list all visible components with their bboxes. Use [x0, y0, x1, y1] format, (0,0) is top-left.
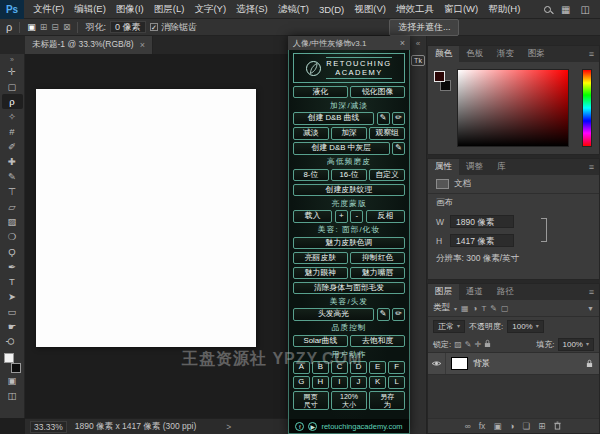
burn-brush-icon-button[interactable]: ✏	[392, 112, 405, 125]
create-db-gray-button[interactable]: 创建 D&B 中灰层	[293, 142, 390, 155]
freq-custom-button[interactable]: 自定义	[369, 169, 405, 182]
height-field[interactable]: 1417 像素	[450, 234, 514, 247]
quick-mask-button[interactable]: ▣	[2, 373, 23, 388]
foreground-color-swatch[interactable]	[4, 353, 14, 363]
tab-channels[interactable]: 通道	[459, 284, 490, 300]
play-icon[interactable]: ▶	[308, 422, 317, 431]
freq-8bit-button[interactable]: 8-位	[293, 169, 329, 182]
tab-color[interactable]: 颜色	[428, 46, 459, 62]
create-db-curves-button[interactable]: 创建 D&B 曲线	[293, 112, 374, 125]
clone-stamp-tool[interactable]: ⊤	[2, 184, 23, 199]
layer-visibility-toggle[interactable]	[428, 353, 446, 374]
antialias-checkbox[interactable]: ✓ 消除锯齿	[150, 21, 197, 34]
helper-group-button[interactable]: 观察组	[369, 127, 405, 140]
filter-type-icon[interactable]: T	[481, 304, 486, 313]
dock-collapse-icon[interactable]: «	[416, 39, 420, 48]
link-layers-icon[interactable]: ∞	[465, 422, 471, 431]
new-layer-icon[interactable]: ⊞	[538, 422, 545, 431]
lock-pixels-icon[interactable]: ✎	[465, 340, 472, 349]
crop-tool[interactable]: #	[2, 124, 23, 139]
add-selection-icon[interactable]: ⊞	[40, 22, 48, 32]
marquee-tool[interactable]: ▢	[2, 79, 23, 94]
dodge-brush-icon-button[interactable]: ✎	[377, 112, 390, 125]
user-action-f-button[interactable]: F	[388, 361, 405, 374]
delete-layer-icon[interactable]	[553, 421, 562, 432]
gradient-tool[interactable]: ▨	[2, 214, 23, 229]
blur-tool[interactable]: ❍	[2, 229, 23, 244]
reduce-reds-button[interactable]: 抑制红色	[350, 252, 405, 265]
shape-tool[interactable]: ▭	[2, 304, 23, 319]
menu-help[interactable]: 帮助(H)	[483, 3, 525, 16]
panel-menu-icon[interactable]: ≡	[589, 159, 599, 175]
close-icon[interactable]: ×	[140, 40, 145, 50]
tab-swatches[interactable]: 色板	[459, 46, 490, 62]
menu-view[interactable]: 视图(V)	[349, 3, 391, 16]
layer-row-background[interactable]: 背景	[428, 353, 599, 375]
search-icon[interactable]	[544, 6, 551, 13]
color-field[interactable]	[457, 69, 569, 147]
user-action-d-button[interactable]: D	[350, 361, 367, 374]
layer-mask-icon[interactable]: ▣	[493, 422, 501, 431]
lock-transparency-icon[interactable]: ▨	[454, 340, 462, 349]
bright-skin-button[interactable]: 亮丽皮肤	[293, 252, 348, 265]
feather-input[interactable]: 0 像素	[110, 21, 146, 33]
desaturate-button[interactable]: 去饱和度	[350, 335, 405, 348]
menu-plugins[interactable]: 增效工具	[391, 3, 439, 16]
user-action-h-button[interactable]: H	[312, 376, 329, 389]
tab-patterns[interactable]: 图案	[521, 46, 552, 62]
new-group-icon[interactable]: ❏	[523, 422, 531, 431]
zoom-tool[interactable]: Ϙ	[2, 334, 23, 349]
layer-style-icon[interactable]: fx	[479, 422, 486, 431]
background-lock-icon[interactable]	[586, 359, 599, 368]
skin-texture-button[interactable]: 创建皮肤纹理	[293, 184, 405, 197]
user-action-g-button[interactable]: G	[293, 376, 310, 389]
hue-slider[interactable]	[582, 69, 592, 147]
document-canvas[interactable]	[36, 89, 256, 347]
adjustment-layer-icon[interactable]: ◑	[509, 422, 514, 431]
tab-libraries[interactable]: 库	[490, 159, 513, 175]
solar-curve-button[interactable]: Solar曲线	[293, 335, 348, 348]
panel-menu-icon[interactable]: ≡	[589, 284, 599, 300]
tab-gradients[interactable]: 渐变	[490, 46, 521, 62]
close-icon[interactable]: ×	[400, 38, 405, 48]
freq-16bit-button[interactable]: 16-位	[331, 169, 367, 182]
menu-filter[interactable]: 滤镜(T)	[273, 3, 314, 16]
menu-type[interactable]: 文字(Y)	[189, 3, 231, 16]
photoshop-logo[interactable]: Ps	[0, 0, 24, 19]
user-action-l-button[interactable]: L	[388, 376, 405, 389]
user-action-k-button[interactable]: K	[369, 376, 386, 389]
move-tool[interactable]: ✛	[2, 64, 23, 79]
lock-position-icon[interactable]: ✛	[475, 340, 482, 349]
hair-brush-icon-button[interactable]: ✎	[377, 308, 390, 321]
blend-mode-dropdown[interactable]: 正常 ▾	[433, 320, 465, 333]
user-action-a-button[interactable]: A	[293, 361, 310, 374]
menu-layer[interactable]: 图层(L)	[149, 3, 190, 16]
filter-toggle-icon[interactable]: ▼	[587, 305, 594, 312]
lum-invert-button[interactable]: 反相	[366, 210, 405, 223]
layer-thumbnail[interactable]	[451, 357, 468, 370]
eraser-tool[interactable]: ▱	[2, 199, 23, 214]
sharpen-image-button[interactable]: 锐化图像	[350, 86, 405, 99]
foreground-color-swatch[interactable]	[434, 71, 445, 82]
filter-smart-object-icon[interactable]: ▢	[501, 304, 509, 313]
screen-mode-button[interactable]: ◫	[2, 388, 23, 403]
filter-shape-icon[interactable]: ✎	[490, 304, 497, 313]
gray-brush-icon-button[interactable]: ✎	[392, 142, 405, 155]
menu-edit[interactable]: 编辑(E)	[69, 3, 111, 16]
zoom-level-field[interactable]: 33.33%	[30, 421, 67, 433]
dodge-button[interactable]: 减淡	[293, 127, 329, 140]
lum-minus-button[interactable]: -	[350, 210, 363, 223]
menu-image[interactable]: 图像(I)	[111, 3, 149, 16]
panel-menu-icon[interactable]: ≡	[589, 46, 599, 62]
filter-adjustment-icon[interactable]: ◑	[473, 304, 478, 313]
type-tool[interactable]: T	[2, 274, 23, 289]
document-tab[interactable]: 未标题-1 @ 33.3%(RGB/8) ×	[25, 36, 153, 54]
tab-adjustments[interactable]: 调整	[459, 159, 490, 175]
link-dimensions-icon[interactable]	[541, 218, 547, 242]
brush-tool[interactable]: ✎	[2, 169, 23, 184]
lock-all-icon[interactable]	[484, 339, 491, 350]
lasso-tool[interactable]: ρ	[2, 94, 23, 109]
stray-hair-removal-button[interactable]: 清除身体与面部毛发	[293, 282, 405, 295]
panels-icon[interactable]: ◫	[581, 4, 590, 15]
tab-layers[interactable]: 图层	[428, 284, 459, 300]
